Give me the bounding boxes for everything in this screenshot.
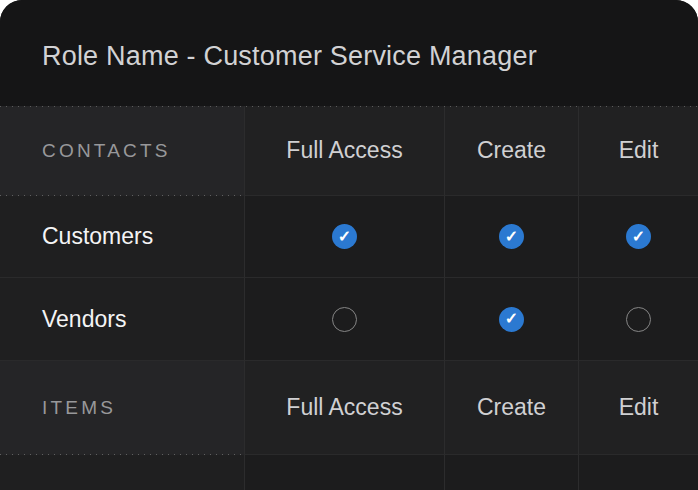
checkbox-customers-full-access[interactable] [332, 224, 357, 249]
permission-cell [445, 196, 579, 278]
section-header-items: ITEMS [0, 361, 245, 455]
table-row-label-customers: Customers [0, 196, 245, 278]
column-header-edit: Edit [579, 361, 698, 455]
checkbox-customers-create[interactable] [499, 224, 524, 249]
section-header-contacts: CONTACTS [0, 106, 245, 196]
permission-cell [579, 278, 698, 361]
column-header-label: Create [477, 394, 546, 421]
title-bar: Role Name - Customer Service Manager [0, 0, 698, 106]
column-header-label: Edit [619, 394, 659, 421]
permissions-table: CONTACTS Full Access Create Edit Custome… [0, 106, 698, 490]
column-header-full-access: Full Access [245, 106, 445, 196]
table-row-partial-cell [579, 455, 698, 490]
column-header-create: Create [445, 361, 579, 455]
column-header-label: Full Access [286, 394, 402, 421]
page-title: Role Name - Customer Service Manager [42, 41, 537, 72]
table-row-partial-cell [445, 455, 579, 490]
section-label: ITEMS [42, 397, 116, 419]
column-header-label: Edit [619, 137, 659, 164]
section-label: CONTACTS [42, 140, 171, 162]
table-row-partial [0, 455, 245, 490]
role-permissions-card: Role Name - Customer Service Manager CON… [0, 0, 698, 490]
column-header-create: Create [445, 106, 579, 196]
checkbox-vendors-edit[interactable] [626, 307, 651, 332]
checkbox-vendors-full-access[interactable] [332, 307, 357, 332]
checkbox-customers-edit[interactable] [626, 224, 651, 249]
column-header-label: Full Access [286, 137, 402, 164]
permission-cell [445, 278, 579, 361]
column-header-edit: Edit [579, 106, 698, 196]
permission-cell [245, 278, 445, 361]
checkbox-vendors-create[interactable] [499, 307, 524, 332]
permission-cell [579, 196, 698, 278]
column-header-full-access: Full Access [245, 361, 445, 455]
table-row-label-vendors: Vendors [0, 278, 245, 361]
permission-cell [245, 196, 445, 278]
row-label: Vendors [42, 306, 126, 333]
column-header-label: Create [477, 137, 546, 164]
row-label: Customers [42, 223, 153, 250]
table-row-partial-cell [245, 455, 445, 490]
